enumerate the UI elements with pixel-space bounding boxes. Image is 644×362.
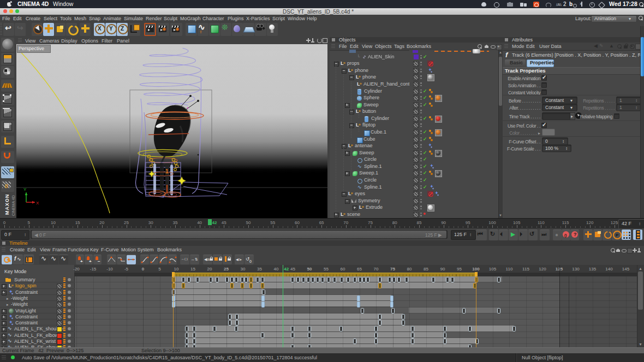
svg-text:1: 1 [165,168,169,174]
svg-text:X: X [36,201,39,206]
svg-text:Y: Y [23,187,27,192]
